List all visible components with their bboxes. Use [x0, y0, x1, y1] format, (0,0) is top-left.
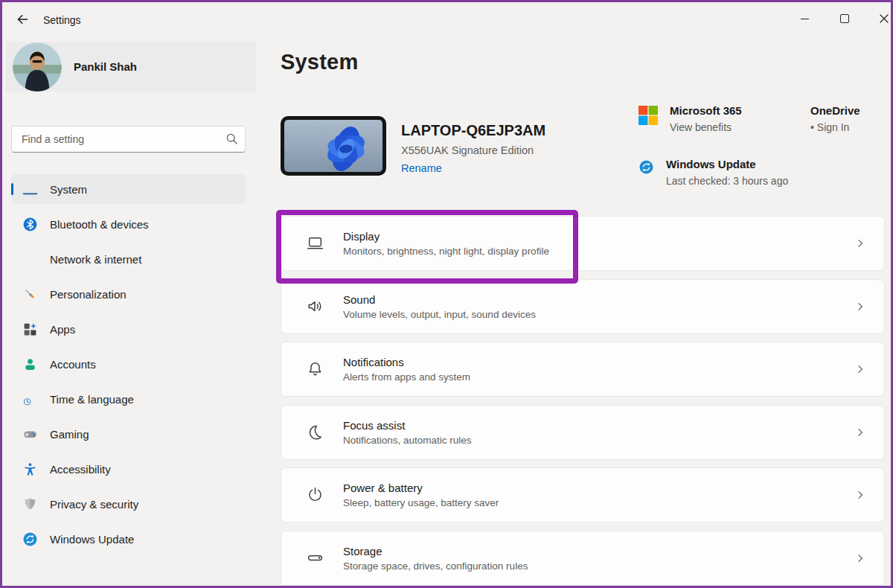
windows-update-icon [638, 159, 654, 175]
chevron-right-icon [854, 552, 866, 564]
sidebar-item-label: System [50, 183, 87, 196]
minimize-button[interactable] [786, 2, 823, 35]
sidebar-item-label: Windows Update [50, 533, 134, 546]
windows-update-title: Windows Update [666, 158, 788, 170]
power-icon [306, 485, 325, 505]
profile-card[interactable]: Pankil Shah [6, 42, 256, 92]
settings-row-title: Storage [343, 545, 528, 557]
maximize-button[interactable] [826, 2, 863, 35]
sidebar-item[interactable]: Time & language [11, 384, 246, 414]
chevron-right-icon [854, 363, 866, 375]
gaming-icon [22, 426, 38, 442]
privacy-icon [22, 496, 38, 512]
settings-row-title: Power & battery [343, 482, 499, 494]
settings-row[interactable]: Focus assist Notifications, automatic ru… [281, 405, 885, 460]
last-checked-text: Last checked: 3 hours ago [666, 175, 788, 187]
chevron-right-icon [854, 489, 866, 501]
avatar [13, 42, 62, 92]
sidebar-item-label: Accounts [50, 358, 96, 371]
microsoft-logo [638, 106, 658, 125]
sidebar-item-label: Apps [50, 323, 75, 336]
close-button[interactable] [865, 2, 893, 35]
sidebar-nav: System Bluetooth & devices Network & int… [11, 174, 246, 559]
search-box [11, 126, 246, 153]
settings-row-subtitle: Monitors, brightness, night light, displ… [343, 246, 549, 257]
focus-assist-icon [306, 423, 325, 442]
device-image [281, 116, 386, 176]
sidebar-item[interactable]: Accounts [11, 349, 246, 379]
titlebar: Settings [2, 2, 891, 36]
maximize-icon [840, 14, 849, 23]
onedrive-info: OneDrive • Sign In [769, 104, 860, 133]
sidebar-item[interactable]: System [11, 174, 246, 204]
sidebar-item-label: Bluetooth & devices [50, 218, 149, 231]
sidebar-item-label: Privacy & security [50, 498, 138, 511]
system-icon [22, 182, 38, 197]
sidebar-item[interactable]: Network & internet [11, 244, 246, 274]
sidebar-item-label: Network & internet [50, 253, 141, 266]
onedrive-title: OneDrive [810, 104, 860, 117]
accessibility-icon [22, 461, 38, 477]
settings-row-subtitle: Storage space, drives, configuration rul… [343, 560, 528, 572]
settings-row[interactable]: Power & battery Sleep, battery usage, ba… [281, 467, 885, 523]
back-arrow-icon [16, 13, 29, 26]
settings-row-title: Sound [343, 293, 536, 306]
profile-name: Pankil Shah [74, 60, 137, 73]
storage-icon [306, 549, 325, 568]
view-benefits-link[interactable]: View benefits [670, 121, 742, 133]
network-icon [22, 252, 38, 267]
settings-row-subtitle: Volume levels, output, input, sound devi… [343, 309, 536, 320]
sidebar-item-label: Gaming [50, 428, 89, 441]
settings-row[interactable]: Sound Volume levels, output, input, soun… [281, 279, 885, 334]
page-title: System [281, 50, 358, 74]
accounts-icon [22, 357, 38, 372]
settings-row-title: Focus assist [343, 419, 472, 432]
device-name: LAPTOP-Q6EJP3AM [401, 122, 545, 139]
personalization-icon [22, 287, 38, 302]
time-language-icon [22, 392, 38, 407]
sidebar-item[interactable]: Gaming [11, 419, 246, 449]
minimize-icon [801, 19, 809, 19]
sidebar-item-label: Accessibility [50, 463, 111, 476]
notifications-icon [306, 359, 325, 379]
device-model: X556UAK Signature Edition [401, 144, 534, 156]
sidebar-item-label: Personalization [50, 288, 127, 301]
chevron-right-icon [854, 237, 866, 249]
settings-window: Settings Pankil Shah System [0, 0, 893, 588]
settings-row-subtitle: Notifications, automatic rules [343, 435, 472, 446]
bluetooth-icon [22, 217, 38, 232]
settings-row-subtitle: Sleep, battery usage, battery saver [343, 497, 499, 508]
search-icon [225, 132, 238, 148]
windows-update-info: Windows Update Last checked: 3 hours ago [638, 158, 788, 187]
rename-link[interactable]: Rename [401, 162, 442, 174]
settings-row[interactable]: Storage Storage space, drives, configura… [281, 531, 885, 586]
sidebar-item-label: Time & language [50, 393, 134, 406]
settings-list: Display Monitors, brightness, night ligh… [281, 216, 885, 588]
onedrive-icon [769, 106, 798, 125]
chevron-right-icon [854, 426, 866, 438]
sign-in-link[interactable]: • Sign In [810, 121, 860, 133]
settings-row-title: Notifications [343, 356, 470, 368]
sidebar-item[interactable]: Privacy & security [11, 489, 246, 519]
display-icon [306, 234, 325, 253]
sidebar-item[interactable]: Personalization [11, 279, 246, 309]
apps-icon [22, 322, 38, 337]
microsoft-365-info: Microsoft 365 View benefits [638, 104, 742, 133]
back-button[interactable] [10, 8, 35, 31]
close-icon [880, 14, 889, 23]
settings-row[interactable]: Display Monitors, brightness, night ligh… [281, 216, 885, 271]
sidebar-item[interactable]: Apps [11, 314, 246, 344]
chevron-right-icon [854, 301, 866, 313]
settings-row[interactable]: Notifications Alerts from apps and syste… [281, 342, 885, 397]
windows-update-icon [22, 531, 38, 547]
sidebar-item[interactable]: Bluetooth & devices [11, 209, 246, 239]
sidebar-item[interactable]: Accessibility [11, 454, 246, 484]
settings-row-subtitle: Alerts from apps and system [343, 371, 470, 383]
microsoft-365-title: Microsoft 365 [670, 104, 742, 117]
sidebar-item[interactable]: Windows Update [11, 524, 246, 554]
settings-row-title: Display [343, 230, 549, 243]
sound-icon [306, 297, 325, 316]
window-title: Settings [43, 14, 81, 26]
search-input[interactable] [11, 126, 246, 153]
